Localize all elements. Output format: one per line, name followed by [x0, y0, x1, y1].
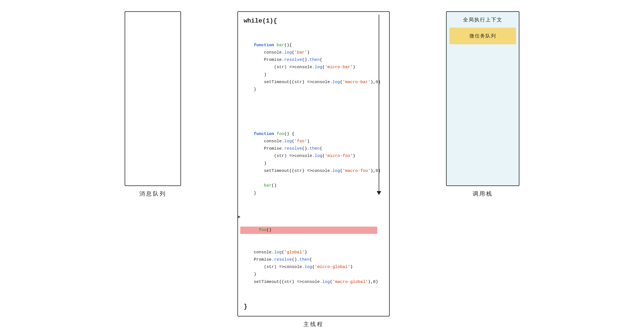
closing-brace: } [244, 303, 381, 310]
while-heading: while(1){ [244, 17, 381, 25]
call-stack-panel: 全局执行上下文 微任务队列 [446, 11, 519, 186]
highlighted-foo-container: ➤ foo() [244, 212, 381, 234]
main-thread-label: 主线程 [303, 320, 324, 328]
vertical-arrow [377, 15, 381, 195]
arrow-indicator: ➤ [237, 212, 241, 222]
page-container: 消息队列 while(1){ function bar(){ console.l… [125, 11, 519, 328]
micro-task-box: 微任务队列 [449, 28, 516, 44]
call-stack-title: 全局执行上下文 [449, 15, 516, 25]
arrow-line [379, 15, 380, 191]
arrow-head [377, 191, 381, 195]
message-queue-label: 消息队列 [139, 190, 166, 198]
code-block: function bar(){ console.log('bar') Promi… [244, 27, 381, 300]
foo-def: function foo() { console.log('foo') Prom… [244, 132, 381, 196]
global-code: console.log('global') Promise.resolve().… [244, 250, 378, 284]
main-thread-panel: while(1){ function bar(){ console.log('b… [237, 11, 390, 316]
call-stack-label: 调用栈 [473, 190, 493, 198]
highlighted-foo-line: foo() [240, 227, 377, 234]
message-queue-panel [125, 11, 181, 186]
bar-def: function bar(){ console.log('bar') Promi… [244, 43, 381, 92]
